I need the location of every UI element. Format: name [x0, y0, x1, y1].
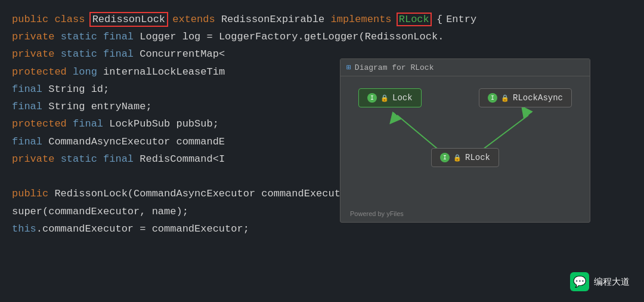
diagram-icon: ⊞ — [346, 63, 351, 72]
lock-node-icon: I — [367, 93, 377, 103]
entry-label-text: Entry — [446, 14, 476, 25]
diagram-title-bar: ⊞ Diagram for RLock — [340, 59, 590, 76]
code-line-13: this.commandExecutor = commandExecutor; — [12, 220, 644, 238]
watermark: 💬 编程大道 — [570, 272, 630, 291]
lock-icon-symbol: 🔒 — [380, 94, 389, 102]
diagram-title: Diagram for RLock — [355, 63, 434, 72]
powered-by: Powered by yFiles — [340, 208, 590, 217]
keyword-implements: implements — [324, 14, 397, 25]
node-rlock[interactable]: I 🔒 RLock — [431, 148, 499, 167]
code-area: public class RedissonLock extends Rediss… — [0, 0, 644, 302]
diagram-popup[interactable]: ⊞ Diagram for RLock I 🔒 Lock — [340, 58, 590, 223]
rlock-node-label: RLock — [465, 153, 490, 162]
node-lock[interactable]: I 🔒 Lock — [358, 88, 422, 107]
interface-rlock: RLock — [398, 14, 431, 25]
class-name-redissonlock: RedissonLock — [91, 14, 166, 25]
rlockasync-node-label: RLockAsync — [513, 93, 563, 103]
code-line-1: public class RedissonLock extends Rediss… — [12, 11, 644, 28]
node-rlockasync[interactable]: I 🔒 RLockAsync — [479, 88, 572, 107]
rlockasync-icon-symbol: 🔒 — [501, 94, 509, 102]
rlock-node-icon: I — [440, 153, 450, 162]
wechat-icon: 💬 — [570, 272, 589, 291]
keyword-extends: extends — [166, 14, 221, 25]
code-line-2: private static final Logger log = Logger… — [12, 28, 644, 45]
rlockasync-node-icon: I — [488, 93, 497, 103]
lock-node-label: Lock — [392, 93, 413, 103]
keyword-public: public class — [12, 14, 91, 25]
diagram-body: I 🔒 Lock I 🔒 RLockAsync I 🔒 RLock — [340, 76, 590, 208]
rlock-icon-symbol: 🔒 — [453, 154, 462, 162]
superclass-name: RedissonExpirable — [221, 14, 324, 25]
watermark-label: 编程大道 — [594, 276, 630, 288]
brace-open: { — [431, 14, 442, 25]
